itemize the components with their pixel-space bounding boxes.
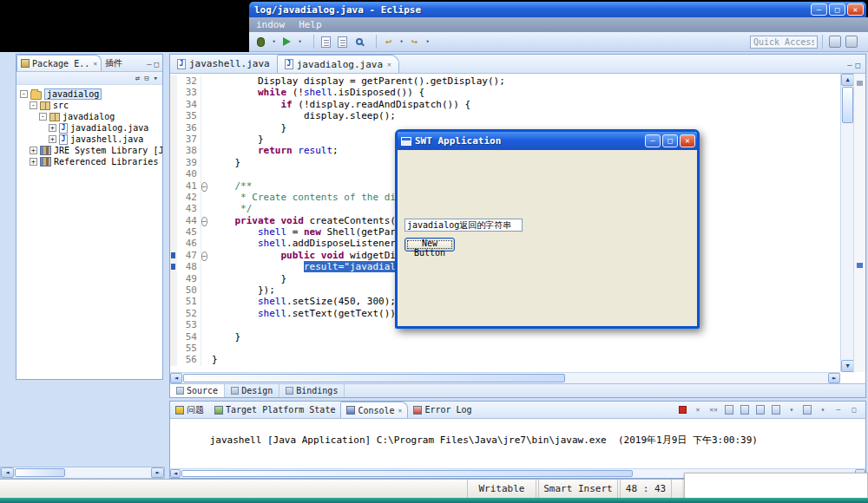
back-icon[interactable]: ↩ bbox=[381, 35, 396, 49]
tab-error-log[interactable]: Error Log bbox=[408, 402, 477, 418]
tree-item-referenced-libraries[interactable]: + Referenced Libraries bbox=[16, 156, 162, 167]
scrollbar-thumb[interactable] bbox=[15, 468, 65, 477]
tree-item-javadialog-project[interactable]: - javadialog bbox=[16, 88, 162, 100]
expand-toggle[interactable]: + bbox=[30, 147, 37, 154]
overview-ruler[interactable] bbox=[853, 74, 865, 372]
code-line-56[interactable]: 56} bbox=[170, 354, 840, 365]
swt-close-button[interactable]: ✕ bbox=[680, 134, 695, 147]
terminate-icon[interactable] bbox=[676, 404, 688, 415]
editor-vertical-scrollbar[interactable]: ▲ ▼ bbox=[840, 74, 853, 372]
run-dropdown-icon[interactable]: ▾ bbox=[296, 35, 304, 49]
new-button[interactable]: New Button bbox=[404, 238, 455, 252]
forward-dropdown-icon[interactable]: ▾ bbox=[424, 35, 431, 49]
tab-target-platform-state[interactable]: Target Platform State bbox=[209, 402, 340, 418]
minimize-view-icon[interactable]: — bbox=[832, 404, 845, 415]
pin-console-icon[interactable] bbox=[770, 404, 782, 415]
scroll-right-icon[interactable]: ► bbox=[828, 373, 840, 383]
window-close-button[interactable]: ✕ bbox=[847, 3, 864, 16]
expand-toggle[interactable]: + bbox=[49, 124, 56, 132]
tab-problems[interactable]: 问题 bbox=[170, 402, 209, 418]
editor-horizontal-scrollbar[interactable]: ◄ ► bbox=[170, 372, 840, 383]
code-line-33[interactable]: 33 while (!shell.isDisposed()) { bbox=[170, 87, 840, 98]
tab-bindings[interactable]: Bindings bbox=[279, 384, 345, 397]
tree-item-jre-system-library[interactable]: + JRE System Library [JavaSE-1. bbox=[16, 145, 162, 156]
quick-access-input[interactable] bbox=[750, 36, 818, 49]
overview-marker[interactable] bbox=[857, 263, 863, 268]
clear-console-icon[interactable] bbox=[723, 404, 735, 415]
collapse-all-icon[interactable]: ⊟ bbox=[144, 74, 148, 82]
editor-tab-javashell[interactable]: javashell.java bbox=[170, 55, 277, 73]
debug-icon[interactable] bbox=[253, 35, 268, 49]
swt-titlebar[interactable]: SWT Application — □ ✕ bbox=[398, 132, 697, 150]
debug-dropdown-icon[interactable]: ▾ bbox=[270, 35, 278, 49]
scrollbar-thumb[interactable] bbox=[842, 87, 853, 123]
open-perspective-icon[interactable] bbox=[827, 35, 842, 49]
minimize-editor-icon[interactable]: — bbox=[847, 61, 852, 69]
code-line-35[interactable]: 35 display.sleep(); bbox=[170, 110, 840, 121]
console-menu-icon[interactable]: ▾ bbox=[817, 404, 829, 415]
open-console-icon[interactable] bbox=[801, 404, 813, 415]
maximize-view-icon[interactable]: □ bbox=[155, 60, 159, 69]
scrollbar-thumb[interactable] bbox=[183, 374, 565, 382]
open-type-icon[interactable] bbox=[335, 35, 350, 49]
scroll-up-icon[interactable]: ▲ bbox=[841, 74, 854, 86]
scroll-down-icon[interactable]: ▼ bbox=[841, 360, 854, 372]
window-maximize-button[interactable]: □ bbox=[829, 3, 845, 16]
menu-window[interactable]: indow bbox=[256, 19, 285, 30]
code-line-34[interactable]: 34 if (!display.readAndDispatch()) { bbox=[170, 99, 840, 110]
tab-design[interactable]: Design bbox=[225, 384, 279, 397]
link-with-editor-icon[interactable]: ⇄ bbox=[135, 74, 140, 82]
tree-item-javashell-java[interactable]: + javashell.java bbox=[16, 134, 162, 145]
search-icon[interactable] bbox=[352, 35, 366, 49]
tree-item-javadialog-package[interactable]: - javadialog bbox=[16, 111, 162, 122]
scroll-left-icon[interactable]: ◄ bbox=[1, 467, 14, 478]
close-icon[interactable]: ✕ bbox=[387, 61, 391, 69]
overview-marker[interactable] bbox=[857, 81, 863, 86]
run-icon[interactable] bbox=[279, 35, 294, 49]
swt-application-window[interactable]: SWT Application — □ ✕ New Button bbox=[395, 129, 700, 329]
menu-help[interactable]: Help bbox=[299, 19, 322, 30]
scroll-right-icon[interactable]: ► bbox=[151, 467, 164, 478]
expand-toggle[interactable]: - bbox=[39, 113, 47, 121]
expand-toggle[interactable]: - bbox=[20, 90, 28, 98]
tab-source[interactable]: Source bbox=[170, 384, 225, 397]
swt-maximize-button[interactable]: □ bbox=[662, 134, 678, 147]
tree-item-src[interactable]: - src bbox=[16, 100, 162, 111]
maximize-view-icon[interactable]: □ bbox=[848, 404, 860, 415]
window-minimize-button[interactable]: — bbox=[811, 3, 827, 16]
display-selected-console-icon[interactable]: ▾ bbox=[786, 404, 798, 415]
code-line-55[interactable]: 55 bbox=[170, 343, 840, 354]
tab-package-explorer[interactable]: Package E.. ✕ bbox=[16, 55, 102, 71]
expand-toggle[interactable]: + bbox=[49, 135, 56, 143]
scroll-left-icon[interactable]: ◄ bbox=[170, 373, 182, 383]
swt-minimize-button[interactable]: — bbox=[645, 134, 661, 147]
close-icon[interactable]: ✕ bbox=[93, 60, 97, 68]
scroll-lock-icon[interactable] bbox=[739, 404, 751, 415]
java-perspective-icon[interactable] bbox=[844, 35, 858, 49]
remove-all-launches-icon[interactable]: ✕✕ bbox=[707, 404, 720, 415]
code-line-54[interactable]: 54 } bbox=[170, 331, 840, 343]
window-titlebar[interactable]: log/javadialog.java - Eclipse — □ ✕ bbox=[249, 2, 866, 17]
scroll-left-icon[interactable]: ◄ bbox=[170, 469, 181, 478]
expand-toggle[interactable]: + bbox=[30, 158, 37, 166]
close-icon[interactable]: ✕ bbox=[398, 407, 403, 415]
minimize-view-icon[interactable]: — bbox=[147, 60, 151, 69]
scrollbar-thumb[interactable] bbox=[181, 470, 633, 477]
tab-console[interactable]: Console ✕ bbox=[340, 402, 408, 418]
new-class-icon[interactable] bbox=[319, 35, 333, 49]
tree-item-javadialog-java[interactable]: + javadialog.java bbox=[16, 122, 162, 134]
console-output[interactable]: javashell [Java Application] C:\Program … bbox=[170, 419, 865, 468]
maximize-editor-icon[interactable]: □ bbox=[856, 61, 860, 69]
editor-tab-javadialog[interactable]: javadialog.java ✕ bbox=[277, 55, 399, 73]
word-wrap-icon[interactable] bbox=[754, 404, 766, 415]
back-dropdown-icon[interactable]: ▾ bbox=[398, 35, 405, 49]
code-line-32[interactable]: 32 Display display = getParent().getDisp… bbox=[170, 75, 840, 87]
result-text-field[interactable] bbox=[404, 219, 523, 232]
forward-icon[interactable]: ↪ bbox=[407, 35, 422, 49]
remove-launch-icon[interactable]: ✕ bbox=[692, 404, 704, 415]
bottom-left-scrollbar[interactable]: ◄ ► bbox=[0, 467, 165, 479]
tab-plugin[interactable]: 插件 bbox=[102, 55, 126, 71]
view-menu-icon[interactable]: ▾ bbox=[154, 74, 158, 82]
expand-toggle[interactable]: - bbox=[30, 101, 37, 109]
toolbar-separator bbox=[822, 35, 823, 49]
